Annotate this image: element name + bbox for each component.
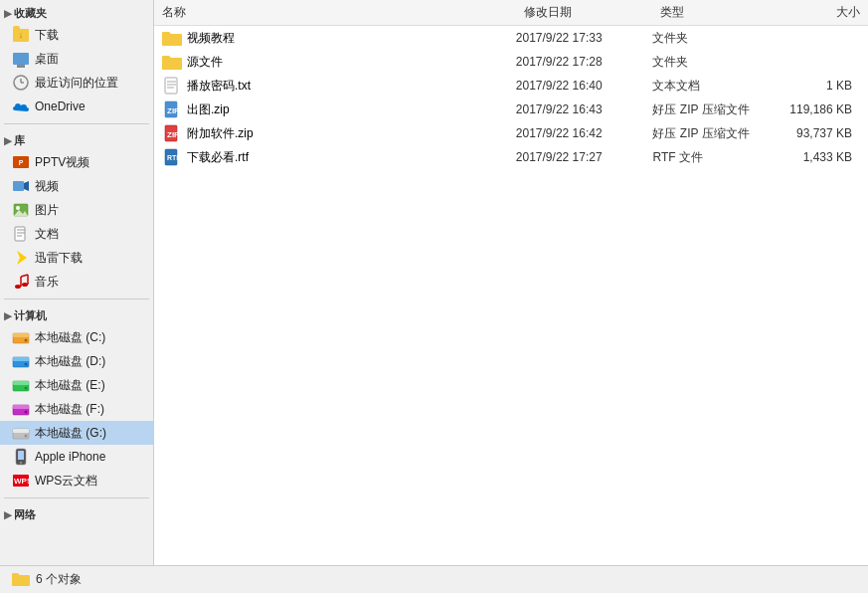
table-row[interactable]: 源文件 2017/9/22 17:28 文件夹 (154, 50, 868, 74)
network-label: 网络 (14, 507, 36, 522)
zip-red-icon: ZIP (162, 124, 182, 142)
sidebar-item-disk-d[interactable]: 本地磁盘 (D:) (0, 349, 153, 373)
divider-3 (4, 497, 149, 498)
status-folder-icon (12, 571, 30, 589)
desktop-icon (12, 50, 30, 68)
file-type-4: 好压 ZIP 压缩文件 (652, 125, 770, 142)
file-type-2: 文本文档 (652, 78, 770, 95)
col-header-name[interactable]: 名称 (154, 4, 516, 21)
status-text: 6 个对象 (36, 571, 82, 588)
onedrive-label: OneDrive (35, 99, 86, 113)
file-name-1: 源文件 (154, 53, 516, 71)
svg-rect-22 (13, 357, 29, 361)
sidebar-item-desktop[interactable]: 桌面 (0, 47, 153, 71)
content-area: 名称 修改日期 类型 大小 视频教程 2017/9/22 17:33 (154, 0, 868, 565)
sidebar-item-disk-g[interactable]: 本地磁盘 (G:) (0, 421, 153, 445)
computer-section: ▶ 计算机 本地磁盘 (C:) (0, 302, 153, 494)
divider-1 (4, 123, 149, 124)
file-name-3: ZIP 出图.zip (154, 100, 516, 118)
sidebar-item-music[interactable]: 音乐 (0, 270, 153, 294)
col-header-date[interactable]: 修改日期 (516, 4, 653, 21)
sidebar-item-disk-c[interactable]: 本地磁盘 (C:) (0, 325, 153, 349)
picture-icon (12, 201, 30, 219)
svg-text:WPS: WPS (14, 477, 30, 486)
sidebar-item-iphone[interactable]: Apple iPhone (0, 445, 153, 469)
network-header[interactable]: ▶ 网络 (0, 503, 153, 524)
sidebar-item-wps[interactable]: WPS WPS云文档 (0, 469, 153, 493)
table-row[interactable]: 视频教程 2017/9/22 17:33 文件夹 (154, 26, 868, 50)
disk-e-icon (12, 376, 30, 394)
svg-point-26 (25, 387, 28, 390)
svg-rect-3 (13, 181, 24, 191)
wps-label: WPS云文档 (35, 473, 97, 490)
picture-label: 图片 (35, 202, 59, 219)
folder-icon-0 (162, 29, 182, 47)
table-row[interactable]: 播放密码.txt 2017/9/22 16:40 文本文档 1 KB (154, 74, 868, 98)
rtf-icon: RTF (162, 148, 182, 166)
zip-icon: ZIP (162, 100, 182, 118)
favorites-section: ▶ 收藏夹 ↓ 下载 桌面 (0, 0, 153, 120)
svg-marker-12 (17, 251, 27, 265)
iphone-icon (12, 448, 30, 466)
svg-line-16 (21, 275, 28, 277)
table-row[interactable]: ZIP 出图.zip 2017/9/22 16:43 好压 ZIP 压缩文件 1… (154, 98, 868, 121)
sidebar-item-document[interactable]: 文档 (0, 222, 153, 246)
file-name-2: 播放密码.txt (154, 77, 516, 95)
sidebar-item-picture[interactable]: 图片 (0, 198, 153, 222)
file-date-1: 2017/9/22 17:28 (516, 55, 653, 69)
sidebar-item-pptv[interactable]: P PPTV视频 (0, 150, 153, 174)
sidebar-item-video[interactable]: 视频 (0, 174, 153, 198)
sidebar-item-xunlei[interactable]: 迅雷下载 (0, 246, 153, 270)
svg-point-6 (16, 206, 20, 210)
status-bar: 6 个对象 (0, 565, 868, 593)
svg-point-29 (25, 411, 28, 414)
file-type-1: 文件夹 (652, 54, 770, 71)
favorites-arrow: ▶ (4, 8, 12, 19)
disk-d-label: 本地磁盘 (D:) (35, 353, 105, 370)
file-size-4: 93,737 KB (770, 126, 868, 140)
recent-label: 最近访问的位置 (35, 75, 118, 92)
sidebar-item-disk-f[interactable]: 本地磁盘 (F:) (0, 397, 153, 421)
svg-rect-38 (165, 78, 177, 94)
video-label: 视频 (35, 178, 59, 195)
col-header-size[interactable]: 大小 (771, 4, 868, 21)
col-header-type[interactable]: 类型 (652, 4, 770, 21)
svg-rect-25 (13, 381, 29, 385)
xunlei-icon (12, 249, 30, 267)
library-header[interactable]: ▶ 库 (0, 129, 153, 150)
svg-text:ZIP: ZIP (167, 106, 180, 115)
favorites-label: 收藏夹 (14, 6, 47, 21)
file-type-5: RTF 文件 (652, 149, 770, 166)
iphone-label: Apple iPhone (35, 450, 105, 464)
downloads-label: 下载 (35, 27, 59, 44)
computer-header[interactable]: ▶ 计算机 (0, 304, 153, 325)
favorites-header[interactable]: ▶ 收藏夹 (0, 2, 153, 23)
network-section: ▶ 网络 (0, 501, 153, 526)
sidebar-item-disk-e[interactable]: 本地磁盘 (E:) (0, 373, 153, 397)
file-name-5: RTF 下载必看.rtf (154, 148, 516, 166)
sidebar-item-onedrive[interactable]: OneDrive (0, 95, 153, 118)
download-folder-icon: ↓ (12, 26, 30, 44)
desktop-label: 桌面 (35, 51, 59, 68)
library-arrow: ▶ (4, 135, 12, 146)
sidebar: ▶ 收藏夹 ↓ 下载 桌面 (0, 0, 154, 565)
table-row[interactable]: RTF 下载必看.rtf 2017/9/22 17:27 RTF 文件 1,43… (154, 145, 868, 169)
file-type-0: 文件夹 (652, 30, 770, 47)
folder-icon-1 (162, 53, 182, 71)
disk-d-icon (12, 352, 30, 370)
svg-point-20 (25, 339, 28, 342)
network-arrow: ▶ (4, 509, 12, 520)
computer-arrow: ▶ (4, 310, 12, 321)
disk-c-label: 本地磁盘 (C:) (35, 329, 105, 346)
library-section: ▶ 库 P PPTV视频 视频 (0, 127, 153, 296)
wps-icon: WPS (12, 472, 30, 490)
divider-2 (4, 298, 149, 299)
pptv-label: PPTV视频 (35, 154, 89, 171)
file-name-4: ZIP 附加软件.zip (154, 124, 516, 142)
sidebar-item-downloads[interactable]: ↓ 下载 (0, 23, 153, 47)
file-date-3: 2017/9/22 16:43 (516, 102, 653, 116)
sidebar-item-recent[interactable]: 最近访问的位置 (0, 71, 153, 95)
disk-g-label: 本地磁盘 (G:) (35, 425, 106, 442)
table-row[interactable]: ZIP 附加软件.zip 2017/9/22 16:42 好压 ZIP 压缩文件… (154, 121, 868, 145)
onedrive-icon (12, 98, 30, 115)
